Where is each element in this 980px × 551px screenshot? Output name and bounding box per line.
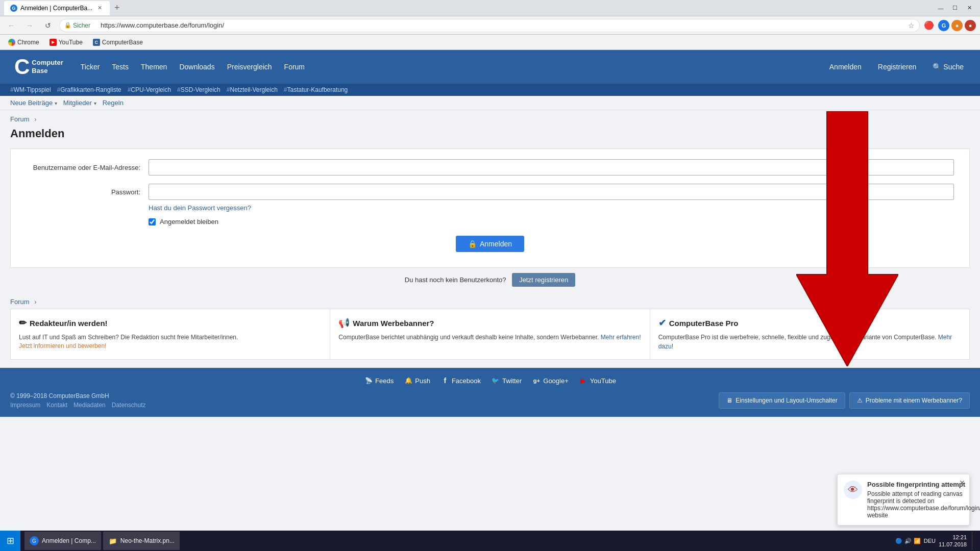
sec-nav-wm[interactable]: #WM-Tippspiel — [10, 86, 51, 93]
megaphone-icon: 📢 — [338, 317, 350, 329]
close-button[interactable]: ✕ — [963, 3, 976, 13]
promo-title-3-text: ComputerBase Pro — [669, 319, 739, 328]
sec-nav-grafik[interactable]: #Grafikkarten-Rangliste — [57, 86, 121, 93]
breadcrumb-forum-link[interactable]: Forum — [10, 115, 30, 123]
tert-nav-beitraege[interactable]: Neue Beiträge ▾ — [10, 99, 57, 107]
promo-link-2[interactable]: Mehr erfahren! — [601, 334, 641, 341]
registrieren-button[interactable]: Registrieren — [872, 60, 922, 74]
nav-tests[interactable]: Tests — [107, 60, 134, 74]
profile-icon-3[interactable]: ● — [965, 20, 976, 31]
sec-nav-netzteil[interactable]: #Netzteil-Vergleich — [227, 86, 278, 93]
promo-link-1[interactable]: Jetzt informieren und bewerben! — [19, 342, 106, 349]
url-input[interactable] — [59, 19, 920, 32]
checkmark-icon: ✔ — [658, 317, 666, 329]
taskbar-file-label: Neo-the-Matrix.pn... — [120, 537, 175, 544]
start-button[interactable]: ⊞ — [0, 531, 20, 551]
tertiary-nav: Neue Beiträge ▾ Mitglieder ▾ Regeln — [0, 96, 980, 110]
logo-base: Base — [32, 67, 63, 75]
sec-nav-tastatur[interactable]: #Tastatur-Kaufberatung — [284, 86, 348, 93]
site-logo[interactable]: C Computer Base — [10, 54, 67, 80]
taskbar-time: 12:21 11.07.2018 — [939, 534, 967, 548]
fp-close-button[interactable]: ✕ — [959, 479, 965, 487]
tert-nav-mitglieder[interactable]: Mitglieder ▾ — [63, 99, 96, 107]
keyboard-language: DEU — [924, 538, 936, 544]
submit-button[interactable]: 🔒 Anmelden — [456, 236, 524, 252]
taskbar-item-browser[interactable]: G Anmelden | Comp... — [24, 532, 101, 550]
minimize-button[interactable]: — — [934, 3, 947, 13]
footer-youtube[interactable]: ▶ YouTube — [579, 376, 616, 385]
nav-preisvergleich[interactable]: Preisvergleich — [222, 60, 277, 74]
nav-ticker[interactable]: Ticker — [76, 60, 105, 74]
reload-button[interactable]: ↺ — [41, 18, 55, 33]
footer-kontakt[interactable]: Kontakt — [46, 402, 67, 409]
profile-icon-1[interactable]: G — [938, 20, 949, 31]
sec-nav-ssd[interactable]: #SSD-Vergleich — [177, 86, 220, 93]
time-display: 12:21 — [939, 534, 967, 541]
new-tab-button[interactable]: + — [110, 1, 124, 15]
tab-favicon: G — [10, 5, 17, 12]
taskbar-browser-label: Anmelden | Comp... — [42, 537, 96, 544]
profile-icon-2[interactable]: ● — [951, 20, 963, 31]
star-icon[interactable]: ☆ — [908, 21, 915, 30]
suche-label: Suche — [943, 63, 964, 71]
promo-box-werbebanner: 📢 Warum Werbebanner? ComputerBase berich… — [330, 309, 650, 359]
site-content: C Computer Base Ticker Tests Themen Down… — [0, 50, 980, 551]
maximize-button[interactable]: ☐ — [948, 3, 962, 13]
bookmark-chrome-label: Chrome — [17, 39, 39, 46]
site-header: C Computer Base Ticker Tests Themen Down… — [0, 50, 980, 96]
twitter-icon: 🐦 — [491, 376, 500, 385]
layout-switcher-button[interactable]: 🖥 Einstellungen und Layout-Umschalter — [719, 392, 845, 409]
bookmark-computerbase[interactable]: C ComputerBase — [89, 37, 147, 47]
show-desktop-button[interactable] — [972, 532, 975, 550]
twitter-label: Twitter — [502, 377, 522, 385]
suche-button[interactable]: 🔍 Suche — [926, 60, 970, 74]
nav-forum[interactable]: Forum — [279, 60, 310, 74]
anmelden-button[interactable]: Anmelden — [823, 60, 868, 74]
nav-downloads[interactable]: Downloads — [174, 60, 219, 74]
breadcrumb-bottom-forum-link[interactable]: Forum — [10, 298, 30, 306]
forward-button[interactable]: → — [22, 18, 37, 33]
date-display: 11.07.2018 — [939, 541, 967, 548]
browser-tab-active[interactable]: G Anmelden | ComputerBa... ✕ — [4, 1, 110, 15]
bookmark-youtube[interactable]: ▶ YouTube — [45, 37, 87, 47]
youtube-favicon: ▶ — [50, 39, 57, 46]
nav-themen[interactable]: Themen — [136, 60, 172, 74]
secure-label: Sicher — [73, 22, 90, 29]
volume-icon[interactable]: 🔊 — [904, 538, 912, 544]
register-button[interactable]: Jetzt registrieren — [512, 273, 575, 287]
tab-close-button[interactable]: ✕ — [95, 4, 104, 12]
bookmark-youtube-label: YouTube — [59, 39, 83, 46]
remember-checkbox[interactable] — [149, 218, 156, 226]
fp-body: Possible attempt of reading canvas finge… — [867, 490, 980, 519]
ad-problem-button[interactable]: ⚠ Probleme mit einem Werbebanner? — [849, 392, 970, 409]
tert-nav-regeln[interactable]: Regeln — [103, 99, 124, 107]
promo-title-2: 📢 Warum Werbebanner? — [338, 317, 641, 329]
back-button[interactable]: ← — [4, 18, 18, 33]
push-label: Push — [415, 377, 430, 385]
footer-mediadaten[interactable]: Mediadaten — [74, 402, 106, 409]
window-controls: — ☐ ✕ — [934, 3, 976, 13]
footer-twitter[interactable]: 🐦 Twitter — [491, 376, 522, 385]
url-container[interactable]: 🔒 Sicher ☆ — [59, 19, 920, 32]
footer-facebook[interactable]: f Facebook — [440, 376, 481, 385]
lock-icon: 🔒 — [64, 22, 71, 29]
footer-datenschutz[interactable]: Datenschutz — [112, 402, 146, 409]
secondary-nav: #WM-Tippspiel #Grafikkarten-Rangliste #C… — [0, 84, 980, 96]
password-label: Passwort: — [26, 188, 149, 196]
bookmark-chrome[interactable]: Chrome — [4, 37, 43, 47]
red-arrow — [796, 111, 898, 368]
sec-nav-cpu[interactable]: #CPU-Vergleich — [128, 86, 171, 93]
promo-title-2-text: Warum Werbebanner? — [353, 319, 434, 328]
extension-icon-1[interactable]: 🔴 — [924, 20, 934, 31]
footer-googleplus[interactable]: g+ Google+ — [532, 376, 569, 385]
profile-icons: G ● ● — [938, 20, 976, 31]
footer-push[interactable]: 🔔 Push — [404, 376, 430, 385]
taskbar-item-file[interactable]: 📁 Neo-the-Matrix.pn... — [103, 532, 180, 550]
warning-icon: ⚠ — [857, 397, 863, 404]
nav-links: Ticker Tests Themen Downloads Preisvergl… — [76, 60, 815, 74]
taskbar: ⊞ G Anmelden | Comp... 📁 Neo-the-Matrix.… — [0, 531, 980, 551]
facebook-icon: f — [440, 376, 450, 385]
footer-impressum[interactable]: Impressum — [10, 402, 40, 409]
footer-feeds[interactable]: 📡 Feeds — [364, 376, 394, 385]
taskbar-right: 🔵 🔊 📶 DEU 12:21 11.07.2018 — [890, 532, 980, 550]
